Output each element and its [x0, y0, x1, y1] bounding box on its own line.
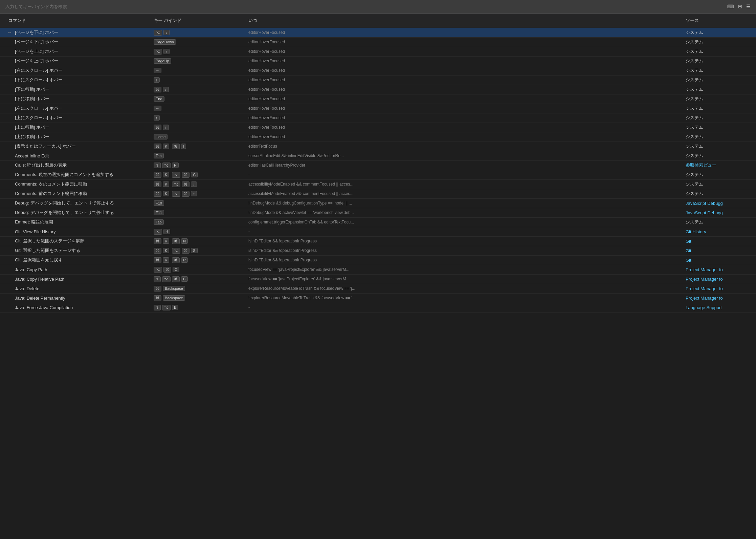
source-cell: Git	[683, 247, 751, 254]
source-cell: システム	[683, 76, 751, 84]
table-row[interactable]: [右にスクロール] ホバー→editorHoverFocusedシステム	[0, 66, 756, 76]
table-row[interactable]: Comments: 現在の選択範囲にコメントを追加する⌘K ⌥⌘C-システム	[0, 170, 756, 180]
table-row[interactable]: [表示またはフォーカス] ホバー⌘K ⌘IeditorTextFocusシステム	[0, 142, 756, 151]
menu-icon[interactable]: ☰	[746, 4, 751, 9]
table-row[interactable]: [下に移動] ホバー⌘↓editorHoverFocusedシステム	[0, 85, 756, 94]
source-cell: システム	[683, 171, 751, 178]
key-badge: ↑	[191, 191, 197, 196]
key-badge: ⌘	[154, 181, 161, 187]
source-cell: Language Support	[683, 304, 751, 311]
key-badge: H	[163, 229, 170, 234]
keybind-cell: ⌘Backspace	[151, 285, 246, 292]
source-cell: Git	[683, 257, 751, 263]
table-row[interactable]: Comments: 次のコメント範囲に移動⌘K ⌥⌘↓accessibility…	[0, 180, 756, 189]
table-row[interactable]: Java: Delete⌘BackspaceexplorerResourceMo…	[0, 284, 756, 294]
command-text: Java: Copy Path	[15, 267, 47, 272]
when-cell: focusedView == 'javaProjectExplorer' && …	[246, 276, 683, 282]
command-text: Comments: 次のコメント範囲に移動	[15, 181, 87, 187]
keybind-cell: End	[151, 95, 246, 102]
command-cell: Git: 選択した範囲をステージする	[5, 247, 151, 254]
key-badge: ⌘	[154, 172, 161, 178]
source-cell: システム	[683, 105, 751, 112]
command-cell: Java: Delete	[5, 285, 151, 292]
table-row[interactable]: Debug: デバッグを開始して、エントリで停止するF11!inDebugMod…	[0, 208, 756, 218]
when-cell: editorHoverFocused	[246, 134, 683, 140]
table-row[interactable]: [ページを上に] ホバーPageUpeditorHoverFocusedシステム	[0, 57, 756, 66]
command-cell: Comments: 現在の選択範囲にコメントを追加する	[5, 171, 151, 178]
key-badge: ←	[154, 106, 161, 111]
key-badge: S	[191, 248, 197, 253]
key-badge: ⌥	[154, 49, 162, 55]
search-icons: ⌨ ⊞ ☰	[727, 4, 751, 9]
table-row[interactable]: Git: 選択した範囲をステージする⌘K ⌥⌘SisInDiffEditor &…	[0, 246, 756, 256]
key-badge: ⌥	[172, 248, 180, 254]
table-row[interactable]: [左にスクロール] ホバー←editorHoverFocusedシステム	[0, 104, 756, 113]
table-row[interactable]: Java: Delete Permanently⌘Backspace!explo…	[0, 294, 756, 303]
command-cell: Accept Inline Edit	[5, 153, 151, 159]
command-text: [ページを上に] ホバー	[15, 58, 58, 64]
keybind-cell: ⇧⌥H	[151, 162, 246, 169]
keybind-cell: ↓	[151, 77, 246, 83]
command-text: [ページを下に] ホバー	[15, 39, 58, 45]
table-row[interactable]: Java: Copy Path⌥⌘CfocusedView == 'javaPr…	[0, 265, 756, 275]
keyboard-icon[interactable]: ⌨	[727, 4, 734, 9]
sort-icon[interactable]: ⊞	[738, 4, 742, 9]
table-row[interactable]: Calls: 呼び出し階層の表示⇧⌥HeditorHasCallHierarch…	[0, 161, 756, 170]
table-row[interactable]: Java: Copy Relative Path⇧⌥⌘CfocusedView …	[0, 275, 756, 284]
when-cell: accessibilityModeEnabled && commentFocus…	[246, 191, 683, 197]
source-cell: システム	[683, 38, 751, 46]
command-text: Java: Delete	[15, 286, 39, 291]
key-badge: ↑	[154, 115, 160, 121]
table-row[interactable]: Git: View File History⌥H-Git History	[0, 227, 756, 237]
keybind-cell: ⌘↓	[151, 86, 246, 93]
key-badge: ⌘	[182, 172, 190, 178]
table-row[interactable]: Accept Inline EditTabcursorAtInlineEdit …	[0, 151, 756, 161]
table-row[interactable]: [下に移動] ホバーEndeditorHoverFocusedシステム	[0, 94, 756, 104]
keybind-cell: ⌘K ⌘N	[151, 238, 246, 245]
keybind-cell: Home	[151, 133, 246, 140]
table-row[interactable]: ✏[ページを下に] ホバー⌥↓editorHoverFocusedシステム	[0, 28, 756, 38]
key-badge: ⌘	[172, 257, 180, 263]
when-cell: !explorerResourceMoveableToTrash && focu…	[246, 295, 683, 301]
key-badge: Tab	[154, 219, 164, 225]
key-badge: ⇧	[154, 305, 161, 310]
source-cell: システム	[683, 48, 751, 55]
table-row[interactable]: Java: Force Java Compilation⇧⌥B-Language…	[0, 303, 756, 312]
key-badge: ⌘	[154, 144, 161, 149]
command-cell: Debug: デバッグを開始して、エントリで停止する	[5, 199, 151, 207]
command-text: Comments: 現在の選択範囲にコメントを追加する	[15, 172, 113, 178]
key-badge: ⌘	[154, 257, 161, 263]
command-text: Java: Force Java Compilation	[15, 305, 73, 310]
command-text: [上に移動] ホバー	[15, 134, 49, 140]
when-cell: -	[246, 172, 683, 178]
header-source: ソース	[683, 16, 751, 25]
table-row[interactable]: Git: 選択した範囲のステージを解除⌘K ⌘NisInDiffEditor &…	[0, 237, 756, 246]
table-row[interactable]: [上に移動] ホバー⌘↑editorHoverFocusedシステム	[0, 123, 756, 132]
command-text: Git: View File History	[15, 229, 55, 234]
table-row[interactable]: [ページを下に] ホバーPageDowneditorHoverFocusedシス…	[0, 38, 756, 47]
command-text: Java: Delete Permanently	[15, 296, 65, 301]
when-cell: editorHoverFocused	[246, 29, 683, 36]
source-cell: システム	[683, 29, 751, 36]
when-cell: editorHasCallHierarchyProvider	[246, 162, 683, 168]
keybind-cell: PageDown	[151, 39, 246, 45]
keybind-cell: F11	[151, 209, 246, 216]
table-header: コマンド キー バインド いつ ソース	[0, 14, 756, 28]
command-cell: [左にスクロール] ホバー	[5, 105, 151, 112]
table-row[interactable]: Git: 選択範囲を元に戻す⌘K ⌘RisInDiffEditor && !op…	[0, 256, 756, 265]
when-cell: isInDiffEditor && !operationInProgress	[246, 257, 683, 263]
search-input[interactable]	[5, 4, 208, 9]
key-badge: ↓	[154, 77, 160, 83]
source-cell: システム	[683, 114, 751, 122]
table-row[interactable]: [下にスクロール] ホバー↓editorHoverFocusedシステム	[0, 76, 756, 85]
table-row[interactable]: [上に移動] ホバーHomeeditorHoverFocusedシステム	[0, 132, 756, 142]
command-cell: Calls: 呼び出し階層の表示	[5, 161, 151, 169]
table-row[interactable]: [上にスクロール] ホバー↑editorHoverFocusedシステム	[0, 113, 756, 123]
table-row[interactable]: Debug: デバッグを開始して、エントリで停止するF10!inDebugMod…	[0, 199, 756, 208]
key-badge: K	[163, 257, 169, 263]
table-row[interactable]: Emmet: 略語の展開Tabconfig.emmet.triggerExpan…	[0, 218, 756, 227]
key-badge: ⌥	[172, 191, 180, 197]
table-row[interactable]: [ページを上に] ホバー⌥↑editorHoverFocusedシステム	[0, 47, 756, 57]
key-badge: ⌘	[154, 87, 161, 92]
table-row[interactable]: Comments: 前のコメント範囲に移動⌘K ⌥⌘↑accessibility…	[0, 189, 756, 199]
